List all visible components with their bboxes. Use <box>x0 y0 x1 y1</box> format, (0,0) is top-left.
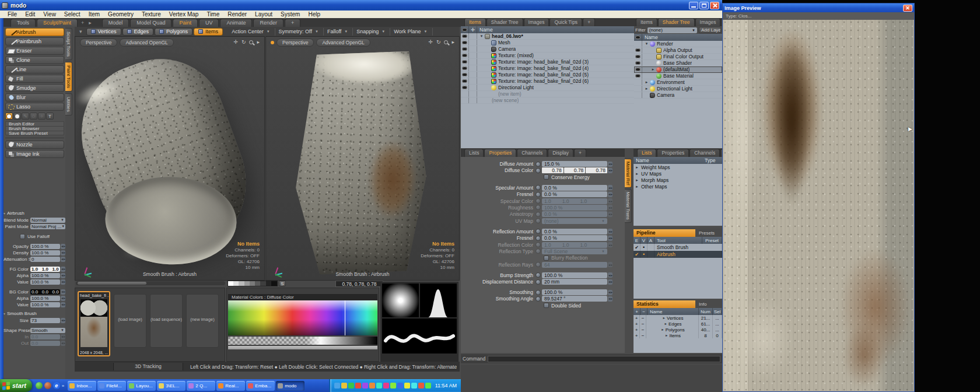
channel-env-icon[interactable] <box>536 185 541 190</box>
quick-launch-overflow-icon[interactable]: » <box>62 383 64 388</box>
name-column-header[interactable]: Name <box>477 27 493 33</box>
selection-mode-button[interactable]: Polygons <box>155 28 192 36</box>
shader-tree-row[interactable]: Alpha Output <box>634 47 722 54</box>
tray-icon[interactable] <box>348 383 354 388</box>
smoothing-stepper[interactable] <box>608 290 612 295</box>
tool-button[interactable]: Blur <box>5 93 64 102</box>
bump-strength-stepper[interactable] <box>608 272 612 278</box>
fg-alpha-field[interactable]: 100.0 % <box>30 273 60 278</box>
layout-tab[interactable]: + <box>285 19 300 27</box>
reflection-amount-stepper[interactable] <box>608 229 612 234</box>
pipeline-header[interactable]: Pipeline <box>634 229 695 237</box>
vertex-map-list-row[interactable]: Weight Maps <box>634 164 722 170</box>
tray-icon[interactable] <box>369 383 375 388</box>
layout-tab[interactable]: Model <box>102 19 130 27</box>
texture-preview-image[interactable]: ▶ <box>723 20 914 391</box>
shader-tree-row[interactable]: Base Shader <box>634 60 722 66</box>
brush-action-button[interactable]: Brush Editor <box>5 121 64 126</box>
channel-env-icon[interactable] <box>536 236 541 241</box>
menu-item[interactable]: System <box>276 10 304 18</box>
density-stepper[interactable] <box>61 250 65 256</box>
visibility-eye-icon[interactable] <box>635 68 640 71</box>
layout-tab[interactable]: Model Quad <box>130 19 172 27</box>
viewport-right[interactable]: Perspective Advanced OpenGL ✛ ↻ ▸ No Ite… <box>265 36 460 281</box>
shader-tree-row[interactable]: ► Directional Light <box>634 86 722 92</box>
visible-dot-icon[interactable]: • <box>640 244 648 251</box>
fg-value-field[interactable]: 100.0 % <box>30 279 60 285</box>
material-side-tab[interactable]: Material Trans <box>625 189 632 223</box>
load-image-slot[interactable]: (load image) <box>114 294 146 348</box>
opacity-stepper[interactable] <box>61 244 65 249</box>
new-image-slot[interactable]: (new image) <box>186 294 219 348</box>
vertex-map-list-row[interactable]: Morph Maps <box>634 177 722 183</box>
visibility-eye-icon[interactable] <box>462 73 467 76</box>
viewport-renderer-select[interactable]: Advanced OpenGL <box>316 38 370 47</box>
taskbar-task-button[interactable]: 2 Q... <box>187 381 215 391</box>
menu-item[interactable]: Geometry <box>104 10 138 18</box>
ink-tool-button[interactable]: Image Ink <box>5 150 64 158</box>
menu-item[interactable]: Item <box>85 10 104 18</box>
layout-tab[interactable]: Tools <box>10 19 36 27</box>
bg-value-stepper[interactable] <box>61 302 65 307</box>
panel-tab[interactable]: Shader Tree <box>658 18 695 26</box>
item-tree-row[interactable]: Mesh <box>461 40 634 46</box>
channel-env-icon[interactable] <box>536 279 541 285</box>
size-field[interactable]: 73 <box>30 318 60 323</box>
add-selection-button[interactable]: + <box>634 327 640 332</box>
brush-shape-star-icon[interactable]: ✩ <box>30 113 37 120</box>
visibility-eye-icon[interactable] <box>462 47 467 51</box>
item-tree-row[interactable]: (new item) <box>461 91 634 97</box>
tray-icon[interactable] <box>425 383 431 388</box>
name-column-header[interactable]: Name <box>642 34 658 40</box>
taskbar-task-button[interactable]: FileM... <box>97 381 126 391</box>
toolbar-dropdown[interactable]: Symmetry: Off <box>275 28 324 36</box>
palette-side-tab[interactable]: Paint Tools <box>65 62 72 92</box>
panel-tab[interactable]: Shader Tree <box>487 18 523 26</box>
menu-item[interactable]: View <box>39 10 60 18</box>
info-button[interactable]: Info <box>695 300 722 308</box>
preview-title-bar[interactable]: Image Preview ✕ <box>723 4 914 12</box>
channel-env-icon[interactable] <box>536 229 541 234</box>
selection-mode-button[interactable]: Items <box>194 28 223 36</box>
panel-tab[interactable]: Lists <box>637 149 656 157</box>
viewport-view-select[interactable]: Perspective <box>276 38 314 47</box>
expander-icon[interactable]: ▼ <box>479 34 484 38</box>
toolbar-dropdown[interactable]: Work Plane <box>390 28 432 36</box>
quick-launch-icon[interactable] <box>36 382 43 389</box>
shader-tree-row[interactable]: ▼ Render <box>634 41 722 47</box>
remove-selection-button[interactable]: − <box>640 321 646 327</box>
shader-tree-row[interactable]: Camera <box>634 92 722 99</box>
type-column-header[interactable]: Type <box>702 158 722 163</box>
statistics-row[interactable]: + − Edges 61... ... <box>634 321 722 327</box>
airbrush-section-header[interactable]: Airbrush <box>4 210 65 216</box>
command-input[interactable] <box>488 356 720 362</box>
conserve-energy-checkbox[interactable] <box>544 174 549 180</box>
smoothing-angle-stepper[interactable] <box>608 296 612 302</box>
fg-alpha-stepper[interactable] <box>61 273 65 278</box>
visibility-eye-icon[interactable] <box>635 48 640 52</box>
item-tree-row[interactable]: Texture: (mixed) <box>461 52 634 59</box>
panel-tab[interactable]: + <box>583 18 595 26</box>
pipeline-row[interactable]: ✔ • Smooth Brush <box>634 244 722 251</box>
smooth-brush-section-header[interactable]: Smooth Brush <box>4 310 65 316</box>
reflection-amount-field[interactable]: 0.0 % <box>542 229 607 235</box>
remove-selection-button[interactable]: − <box>640 315 646 321</box>
blend-mode-select[interactable]: Normal <box>30 218 65 223</box>
tray-icon[interactable] <box>390 383 396 388</box>
tray-icon[interactable] <box>341 383 347 388</box>
fresnel-field[interactable]: 0.0 % <box>542 191 607 197</box>
hue-gradient[interactable] <box>228 300 377 335</box>
panel-tab[interactable]: + <box>574 149 586 157</box>
tray-icon[interactable] <box>418 383 424 388</box>
double-sided-checkbox[interactable] <box>544 303 549 308</box>
add-selection-button[interactable]: + <box>634 315 640 321</box>
layout-tab[interactable]: Animate <box>220 19 252 27</box>
internet-explorer-icon[interactable]: e <box>53 382 60 389</box>
viewport-menu-icon[interactable]: ▸ <box>257 39 260 45</box>
name-column-header[interactable]: Name <box>634 158 702 163</box>
stone-mesh-left[interactable] <box>75 41 265 272</box>
fg-value-stepper[interactable] <box>61 279 65 285</box>
minimize-button[interactable] <box>689 2 698 9</box>
fresnel-stepper[interactable] <box>608 192 612 197</box>
viewport-menu-icon[interactable]: ▸ <box>452 39 454 45</box>
